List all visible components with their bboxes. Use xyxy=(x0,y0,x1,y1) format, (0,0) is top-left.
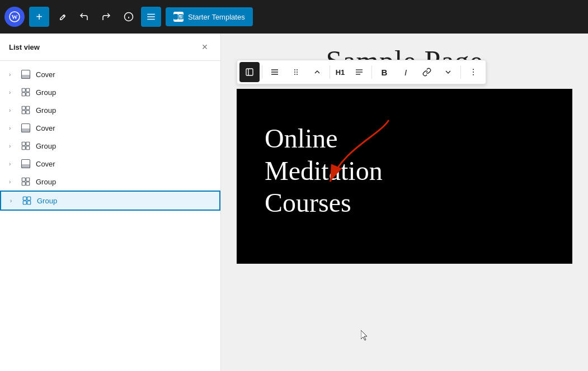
undo-button[interactable] xyxy=(74,7,94,27)
info-button[interactable] xyxy=(119,7,139,27)
cover-block-wrapper: H1 B I xyxy=(237,89,572,264)
cover-content: Online Meditation Courses xyxy=(237,89,572,264)
svg-rect-38 xyxy=(246,69,253,75)
svg-rect-26 xyxy=(22,146,25,150)
list-item-label: Cover xyxy=(36,124,55,132)
group-block-icon xyxy=(20,87,31,98)
svg-rect-17 xyxy=(26,93,30,96)
toolbar-separator xyxy=(330,65,330,79)
svg-point-43 xyxy=(297,72,298,73)
list-item[interactable]: › Cover xyxy=(0,155,220,173)
svg-rect-19 xyxy=(26,106,30,110)
mouse-cursor xyxy=(361,330,368,340)
list-item[interactable]: › Cover xyxy=(0,65,220,83)
group-block-icon xyxy=(21,195,32,206)
list-item-label: Group xyxy=(36,106,56,115)
svg-rect-25 xyxy=(26,142,30,145)
main-area: List view × › Cover › xyxy=(0,34,588,371)
group-block-icon xyxy=(20,104,31,116)
align-btn[interactable] xyxy=(349,62,369,82)
svg-rect-29 xyxy=(22,165,30,168)
group-block-icon xyxy=(20,176,31,187)
svg-rect-23 xyxy=(22,129,30,132)
editor-canvas[interactable]: Sample Page xyxy=(221,34,588,371)
sidebar-title: List view xyxy=(9,43,40,51)
svg-rect-13 xyxy=(22,75,30,79)
move-btn[interactable] xyxy=(307,62,327,82)
list-item[interactable]: › Group xyxy=(0,83,220,101)
svg-rect-31 xyxy=(26,178,30,181)
svg-rect-37 xyxy=(27,201,31,204)
redo-button[interactable] xyxy=(96,7,116,27)
list-item[interactable]: › Cover xyxy=(0,119,220,137)
wp-logo[interactable]: W xyxy=(4,7,25,27)
block-type-btn[interactable] xyxy=(265,62,285,82)
list-item-selected[interactable]: › Group xyxy=(0,191,220,211)
list-item-label: Cover xyxy=(36,160,55,168)
svg-rect-15 xyxy=(26,88,30,92)
cover-block-icon xyxy=(20,158,31,169)
chevron-icon: › xyxy=(9,89,16,96)
list-item[interactable]: › Group xyxy=(0,173,220,191)
list-item-label: Group xyxy=(37,197,57,205)
svg-rect-11 xyxy=(179,17,182,18)
chevron-icon: › xyxy=(10,198,17,204)
svg-rect-27 xyxy=(26,146,30,150)
chevron-icon: › xyxy=(9,161,16,167)
list-view-toggle[interactable] xyxy=(141,7,161,27)
list-view-items: › Cover › xyxy=(0,61,220,371)
svg-rect-33 xyxy=(26,182,30,185)
list-item-label: Group xyxy=(36,142,56,150)
svg-rect-24 xyxy=(22,142,25,145)
svg-point-51 xyxy=(473,74,474,75)
svg-rect-20 xyxy=(22,111,25,114)
svg-rect-14 xyxy=(22,88,25,92)
starter-templates-icon xyxy=(173,12,184,22)
svg-point-40 xyxy=(294,69,295,70)
main-toolbar: W + xyxy=(0,0,588,34)
svg-point-45 xyxy=(297,74,298,75)
sidebar-header: List view × xyxy=(0,34,220,61)
block-toolbar: H1 B I xyxy=(237,60,486,84)
svg-rect-30 xyxy=(22,178,25,181)
chevron-icon: › xyxy=(9,125,16,131)
svg-rect-32 xyxy=(22,182,25,185)
cover-block[interactable]: Online Meditation Courses xyxy=(237,89,572,264)
list-item-label: Group xyxy=(36,88,56,97)
italic-btn[interactable]: I xyxy=(396,62,416,82)
bold-btn[interactable]: B xyxy=(374,62,394,82)
bold-label: B xyxy=(382,68,388,77)
starter-templates-button[interactable]: Starter Templates xyxy=(166,7,253,26)
sidebar-toggle-btn[interactable] xyxy=(239,62,260,82)
toolbar-separator xyxy=(371,65,372,79)
svg-rect-18 xyxy=(22,106,25,110)
link-btn[interactable] xyxy=(417,62,437,82)
options-btn[interactable] xyxy=(463,62,483,82)
svg-point-44 xyxy=(294,74,295,75)
svg-rect-34 xyxy=(23,197,26,200)
chevron-icon: › xyxy=(9,107,16,113)
heading-type-label: H1 xyxy=(332,68,348,77)
list-item[interactable]: › Group xyxy=(0,137,220,155)
more-options-dropdown[interactable] xyxy=(438,62,458,82)
list-item-label: Group xyxy=(36,178,56,186)
cover-heading: Online Meditation Courses xyxy=(265,122,544,219)
list-view-panel: List view × › Cover › xyxy=(0,34,221,371)
chevron-icon: › xyxy=(9,179,16,185)
list-item[interactable]: › Group xyxy=(0,101,220,119)
svg-rect-9 xyxy=(179,15,181,17)
chevron-icon: › xyxy=(9,143,16,149)
svg-point-49 xyxy=(473,69,474,70)
cover-block-icon xyxy=(20,122,31,134)
close-list-view-button[interactable]: × xyxy=(198,40,211,54)
svg-text:W: W xyxy=(12,13,18,20)
svg-rect-16 xyxy=(22,93,25,96)
svg-rect-10 xyxy=(181,15,182,17)
chevron-icon: › xyxy=(9,72,16,78)
drag-handle-btn[interactable] xyxy=(286,62,306,82)
svg-point-42 xyxy=(294,72,295,73)
list-item-label: Cover xyxy=(36,70,55,79)
svg-point-50 xyxy=(473,72,474,73)
tools-button[interactable] xyxy=(51,7,72,27)
add-block-button[interactable]: + xyxy=(29,7,49,27)
